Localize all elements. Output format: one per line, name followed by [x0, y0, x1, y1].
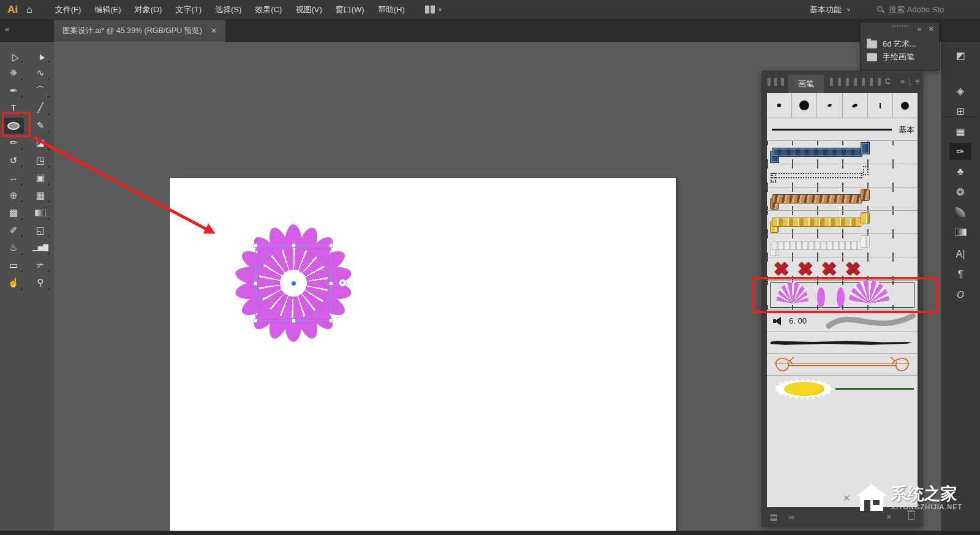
brush-row-calligraphic[interactable] [767, 93, 918, 118]
brush-row-scribble-border[interactable] [767, 164, 918, 188]
brush-row-audio-wave[interactable]: 6. 00 [767, 310, 918, 332]
panel-menu-icon[interactable]: ≡ [915, 77, 919, 86]
tool-mesh[interactable]: ▩ [3, 205, 24, 221]
dock-gradient-icon[interactable] [949, 224, 971, 241]
document-tab[interactable]: 图案设计.ai* @ 45.39% (RGB/GPU 预览) ✕ [54, 20, 225, 42]
brush-row-white-chain-border[interactable] [767, 234, 918, 257]
tab-brushes-active[interactable]: 画笔 [788, 75, 824, 93]
selection-handle[interactable] [292, 243, 296, 248]
selection-handle[interactable] [254, 243, 258, 248]
dock-pattern-icon[interactable]: ▦ [949, 123, 971, 140]
tool-pencil[interactable]: ✏ [3, 135, 24, 151]
expand-panel-icon[interactable]: » [900, 77, 905, 86]
tool-free-transform[interactable]: ▣ [30, 170, 51, 186]
menu-view[interactable]: 视图(V) [288, 0, 328, 20]
selection-handle[interactable] [254, 281, 258, 286]
tool-rotate[interactable]: ↺ [3, 153, 24, 169]
brush-row-rope-border[interactable] [767, 188, 918, 211]
tool-gradient[interactable] [30, 205, 51, 221]
brush-libraries-menu-icon[interactable]: ▤ [770, 512, 777, 522]
menu-file[interactable]: 文件(F) [48, 0, 88, 20]
tool-zoom[interactable]: ⚲ [30, 275, 51, 291]
brush-row-charcoal[interactable] [767, 332, 918, 354]
library-item-hand-drawn[interactable]: 手绘画笔 [861, 53, 939, 63]
home-icon[interactable]: ⌂ [26, 4, 32, 15]
library-item-6d-art[interactable]: 6d 艺术... [861, 35, 939, 53]
selection-bounding-box[interactable] [255, 245, 331, 321]
tool-artboard[interactable]: ▭ [3, 257, 24, 273]
brush-row-basic[interactable]: 基本 [767, 118, 918, 141]
delete-brush-icon[interactable] [908, 512, 914, 520]
dock-character-icon[interactable]: A| [949, 246, 971, 263]
tool-pen[interactable]: ✒ [3, 83, 24, 99]
clipped-tab[interactable] [854, 78, 857, 86]
clipped-tab[interactable] [781, 78, 784, 86]
cc-libraries-icon[interactable]: ∞ [788, 512, 794, 522]
clipped-tab[interactable] [838, 78, 841, 86]
tool-line-segment[interactable]: ╱ [30, 101, 51, 116]
ai-logo[interactable]: Ai [7, 4, 18, 16]
tool-slice[interactable]: ✃ [30, 257, 51, 273]
tool-perspective-grid[interactable]: ▦ [30, 188, 51, 203]
dock-artboards-icon[interactable]: ⊞ [949, 102, 971, 120]
tool-shape-builder[interactable]: ⊕ [3, 188, 24, 203]
tool-magic-wand[interactable]: ✵ [3, 66, 24, 82]
selection-handle[interactable] [254, 319, 258, 323]
tool-blend[interactable]: ◱ [30, 222, 51, 238]
tool-selection[interactable]: △ [3, 48, 24, 64]
brush-row-swirl-ornament[interactable] [767, 354, 918, 376]
menu-select[interactable]: 选择(S) [208, 0, 248, 20]
menu-help[interactable]: 帮助(H) [371, 0, 412, 20]
tool-eyedropper[interactable]: ✐ [3, 222, 24, 238]
menu-window[interactable]: 窗口(W) [329, 0, 371, 20]
workspace-switcher[interactable]: 基本功能 ∨ [810, 4, 851, 15]
tool-direct-selection[interactable]: ▲ [30, 48, 51, 64]
tool-width[interactable]: ↔ [3, 170, 24, 186]
brush-row-daisy[interactable] [767, 376, 918, 402]
clipped-tab[interactable] [767, 78, 771, 86]
clipped-tab[interactable] [830, 78, 833, 86]
tool-scale[interactable]: ◳ [30, 153, 51, 169]
menu-effect[interactable]: 效果(C) [248, 0, 288, 20]
selection-handle[interactable] [329, 281, 333, 286]
dock-brushes-icon-active[interactable]: ✑ [949, 143, 971, 160]
clipped-tab[interactable] [878, 78, 881, 86]
clipped-tab[interactable] [870, 78, 873, 86]
menu-object[interactable]: 对象(O) [128, 0, 169, 20]
selection-handle[interactable] [292, 319, 296, 323]
close-panel-icon[interactable]: ✕ [929, 25, 934, 33]
dock-opentype-icon[interactable]: O [949, 286, 971, 303]
tool-curvature[interactable]: ⌒ [30, 83, 51, 99]
dock-symbols-icon[interactable]: ♣ [949, 163, 971, 180]
tool-column-graph[interactable]: ▁▅▇ [30, 240, 51, 256]
tool-hand[interactable]: ☝ [3, 275, 24, 291]
tool-symbol-sprayer[interactable]: ♨ [3, 240, 24, 256]
dock-3d-materials-icon[interactable]: ◩ [949, 47, 971, 64]
dock-gradient-quarter-icon[interactable] [949, 203, 971, 221]
selection-handle[interactable] [329, 243, 333, 248]
tool-paintbrush[interactable]: ✎ [30, 118, 51, 134]
brush-row-denim-border[interactable] [767, 141, 918, 164]
clipped-tab[interactable] [862, 78, 865, 86]
dock-layers-icon[interactable]: ◈ [949, 82, 971, 99]
clipped-tab[interactable] [774, 78, 777, 86]
tool-lasso[interactable]: ∿ [30, 66, 51, 82]
menu-edit[interactable]: 编辑(E) [88, 0, 127, 20]
dock-paragraph-icon[interactable]: ¶ [949, 266, 971, 283]
clipped-tab[interactable] [846, 78, 849, 86]
search-input[interactable]: 搜索 Adobe Sto [876, 4, 978, 15]
dock-color-icon[interactable]: ❂ [949, 183, 971, 200]
brush-row-gold-chain-border[interactable] [767, 211, 918, 234]
menu-type[interactable]: 文字(T) [168, 0, 208, 20]
expand-panel-icon[interactable]: » [918, 25, 921, 32]
window-bottom-edge [0, 531, 980, 535]
collapse-toolbar-icon[interactable]: « [5, 25, 9, 34]
drag-grip[interactable] [892, 25, 908, 27]
arrange-documents-button[interactable]: ∨ [425, 6, 442, 13]
artboard[interactable] [170, 178, 676, 531]
selection-handle[interactable] [329, 319, 333, 323]
live-shape-widget[interactable] [339, 279, 347, 287]
remove-brush-stroke-icon[interactable]: ✕ [886, 512, 892, 522]
clipped-tab-c[interactable]: C [885, 77, 891, 86]
close-tab-icon[interactable]: ✕ [211, 26, 217, 35]
